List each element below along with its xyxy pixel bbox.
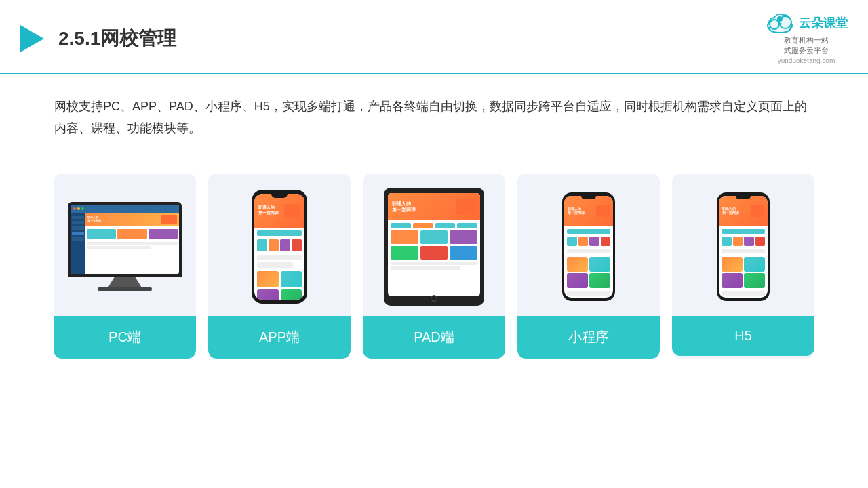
card-miniprogram-label: 小程序 bbox=[517, 316, 660, 359]
mini-phone-mockup-2: 职通人的第一堂网课 bbox=[717, 192, 770, 301]
cloud-icon bbox=[765, 12, 795, 34]
brand-subtitle: 教育机构一站 式服务云平台 bbox=[784, 35, 829, 56]
brand-logo-area: 云朵课堂 教育机构一站 式服务云平台 yunduoketang.com bbox=[765, 12, 848, 64]
card-pad-label: PAD端 bbox=[363, 316, 505, 359]
card-miniprogram: 职通人的第一堂网课 bbox=[517, 174, 660, 359]
svg-point-7 bbox=[770, 20, 779, 29]
brand-logo: 云朵课堂 bbox=[765, 12, 848, 34]
tablet-mockup: 职通人的第一堂网课 bbox=[384, 188, 484, 306]
header-left: 2.5.1网校管理 bbox=[14, 22, 176, 56]
pc-mockup: 职通人的第一堂网课 bbox=[68, 202, 182, 291]
cards-container: 职通人的第一堂网课 bbox=[0, 153, 868, 372]
mini-phone-mockup-1: 职通人的第一堂网课 bbox=[562, 192, 615, 301]
card-pc-label: PC端 bbox=[54, 316, 196, 359]
description-content: 网校支持PC、APP、PAD、小程序、H5，实现多端打通，产品各终端自由切换，数… bbox=[54, 100, 807, 135]
card-h5-image: 职通人的第一堂网课 bbox=[672, 174, 814, 316]
logo-arrow-icon bbox=[14, 22, 47, 56]
card-h5: 职通人的第一堂网课 bbox=[672, 174, 814, 359]
card-app-label: APP端 bbox=[208, 316, 351, 359]
svg-marker-0 bbox=[20, 25, 44, 52]
card-pad: 职通人的第一堂网课 bbox=[363, 174, 505, 359]
brand-name: 云朵课堂 bbox=[799, 15, 848, 31]
page-title: 2.5.1网校管理 bbox=[58, 26, 176, 52]
header: 2.5.1网校管理 云朵课堂 教育机构一站 式服务云平台 yun bbox=[0, 0, 868, 74]
card-pc: 职通人的第一堂网课 bbox=[54, 174, 196, 359]
svg-point-9 bbox=[777, 16, 783, 22]
card-pad-image: 职通人的第一堂网课 bbox=[363, 174, 505, 316]
card-miniprogram-image: 职通人的第一堂网课 bbox=[517, 174, 660, 316]
brand-url: yunduoketang.com bbox=[778, 57, 835, 64]
card-h5-label: H5 bbox=[672, 316, 814, 356]
card-app: 职通人的第一堂网课 bbox=[208, 174, 351, 359]
phone-mockup-app: 职通人的第一堂网课 bbox=[252, 190, 307, 304]
description-text: 网校支持PC、APP、PAD、小程序、H5，实现多端打通，产品各终端自由切换，数… bbox=[0, 74, 868, 146]
card-pc-image: 职通人的第一堂网课 bbox=[54, 174, 196, 316]
card-app-image: 职通人的第一堂网课 bbox=[208, 174, 351, 316]
